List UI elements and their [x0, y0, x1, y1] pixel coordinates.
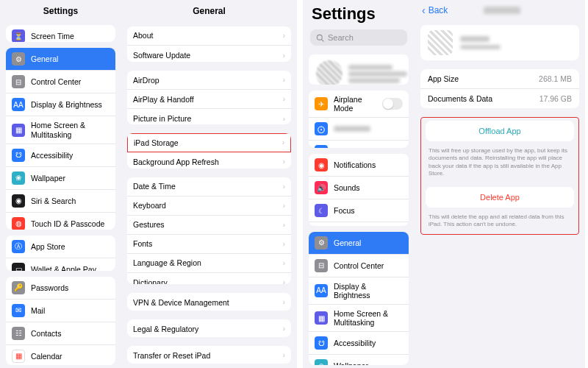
chevron-right-icon: ›: [283, 325, 285, 333]
grid-icon: ▦: [315, 311, 328, 325]
airplane-toggle[interactable]: [382, 98, 403, 110]
wallet-icon: ▭: [12, 263, 25, 271]
person-icon: ☋: [12, 149, 25, 162]
row-ipad-storage[interactable]: iPad Storage›: [127, 133, 291, 152]
size-info: App Size 268.1 MB Documents & Data 17.96…: [420, 69, 579, 108]
search-input[interactable]: Search: [310, 29, 407, 46]
chevron-right-icon: ›: [283, 202, 285, 210]
group-screentime: ⏳ Screen Time: [6, 25, 115, 42]
row-software-update[interactable]: Software Update›: [127, 46, 291, 62]
chevron-right-icon: ›: [283, 240, 285, 248]
key-icon: 🔑: [12, 281, 25, 294]
row-pip[interactable]: Picture in Picture›: [127, 109, 291, 124]
row-keyboard[interactable]: Keyboard›: [127, 197, 291, 216]
bluetooth-icon: ᛒ: [315, 145, 328, 148]
detail-group-storage: iPad Storage› Background App Refresh›: [127, 133, 291, 169]
sidebar-item-display[interactable]: AA Display & Brightness: [6, 93, 115, 116]
row-gestures[interactable]: Gestures›: [127, 216, 291, 235]
sidebar-item-contacts[interactable]: ☷ Contacts: [6, 322, 115, 345]
row-background-refresh[interactable]: Background App Refresh›: [127, 152, 291, 169]
row-wallpaper[interactable]: ❀Wallpaper: [309, 355, 409, 365]
sidebar-item-appstore[interactable]: Ⓐ App Store: [6, 236, 115, 258]
group-general: ⚙ General ⊟ Control Center AA Display & …: [6, 48, 115, 229]
sidebar-item-touchid[interactable]: ◍ Touch ID & Passcode: [6, 213, 115, 230]
svg-point-0: [317, 35, 322, 40]
row-homescreen[interactable]: ▦Home Screen & Multitasking: [309, 305, 409, 332]
flower-icon: ❀: [315, 359, 328, 365]
row-focus[interactable]: ☾Focus: [309, 199, 409, 222]
row-vpn[interactable]: VPN & Device Management›: [127, 293, 291, 311]
row-notifications[interactable]: ◉Notifications: [309, 154, 409, 177]
delete-caption: This will delete the app and all related…: [421, 210, 578, 235]
row-screentime[interactable]: ⏳Screen Time: [309, 222, 409, 226]
hourglass-icon: ⏳: [12, 29, 25, 42]
general-detail: General About› Software Update› AirDrop›…: [121, 0, 297, 368]
chevron-right-icon: ›: [283, 221, 285, 229]
app-name-blurred: [484, 7, 520, 14]
row-about[interactable]: About›: [127, 26, 291, 46]
back-button[interactable]: ‹ Back: [415, 0, 455, 21]
group-accounts: 🔑 Passwords ✉ Mail ☷ Contacts ▦ Calendar…: [6, 277, 115, 365]
row-control-center[interactable]: ⊟Control Center: [309, 255, 409, 277]
row-datetime[interactable]: Date & Time›: [127, 177, 291, 197]
sidebar-title: Settings: [303, 0, 415, 26]
search-placeholder: Search: [328, 33, 354, 42]
offload-group: Offload App: [426, 121, 574, 141]
detail-group-airdrop: AirDrop› AirPlay & Handoff› Picture in P…: [127, 71, 291, 124]
offload-app-button[interactable]: Offload App: [426, 121, 574, 141]
sidebar-item-general[interactable]: ⚙ General: [6, 48, 115, 71]
search-icon: [316, 34, 324, 42]
svg-line-1: [322, 39, 324, 41]
grid-icon: ▦: [12, 124, 25, 137]
sidebar-item-homescreen[interactable]: ▦ Home Screen & Multitasking: [6, 116, 115, 144]
chevron-left-icon: ‹: [422, 4, 426, 16]
row-fonts[interactable]: Fonts›: [127, 235, 291, 254]
contacts-icon: ☷: [12, 327, 25, 340]
row-wifi[interactable]: ⨀: [309, 118, 409, 141]
sidebar-title: Settings: [0, 0, 121, 22]
person-icon: ☋: [315, 336, 328, 350]
row-airplane[interactable]: ✈ Airplane Mode: [309, 91, 409, 118]
sidebar-item-passwords[interactable]: 🔑 Passwords: [6, 277, 115, 300]
row-transfer-reset[interactable]: Transfer or Reset iPad›: [127, 346, 291, 364]
row-accessibility[interactable]: ☋Accessibility: [309, 332, 409, 355]
sun-icon: AA: [12, 98, 25, 111]
sidebar-item-mail[interactable]: ✉ Mail: [6, 300, 115, 322]
app-header: [420, 25, 579, 60]
sidebar-item-screen-time[interactable]: ⏳ Screen Time: [6, 25, 115, 42]
chevron-right-icon: ›: [283, 278, 285, 283]
chevron-right-icon: ›: [282, 138, 284, 146]
plane-icon: ✈: [315, 97, 328, 110]
group-network: ✈ Airplane Mode ⨀ ᛒ Bluetooth On: [309, 91, 409, 148]
gear-icon: ⚙: [12, 52, 25, 66]
avatar: [316, 60, 343, 85]
highlighted-actions: Offload App This will free up storage us…: [420, 117, 579, 235]
chevron-right-icon: ›: [283, 351, 285, 359]
row-language[interactable]: Language & Region›: [127, 254, 291, 273]
profile-card[interactable]: [309, 54, 409, 85]
wifi-icon: ⨀: [315, 122, 328, 135]
sidebar-item-control-center[interactable]: ⊟ Control Center: [6, 71, 115, 93]
row-legal[interactable]: Legal & Regulatory›: [127, 319, 291, 337]
row-dictionary[interactable]: Dictionary›: [127, 273, 291, 284]
sidebar-item-siri[interactable]: ◉ Siri & Search: [6, 190, 115, 213]
chevron-right-icon: ›: [283, 76, 285, 84]
detail-group-about: About› Software Update›: [127, 26, 291, 62]
sidebar-item-accessibility[interactable]: ☋ Accessibility: [6, 144, 115, 167]
sidebar-item-wallpaper[interactable]: ❀ Wallpaper: [6, 167, 115, 190]
sidebar-item-wallet[interactable]: ▭ Wallet & Apple Pay: [6, 258, 115, 271]
chevron-right-icon: ›: [283, 298, 285, 306]
row-display[interactable]: AADisplay & Brightness: [309, 277, 409, 305]
delete-group: Delete App: [426, 187, 574, 208]
sidebar-item-calendar[interactable]: ▦ Calendar: [6, 345, 115, 365]
row-sounds[interactable]: 🔊Sounds: [309, 177, 409, 199]
row-airplay[interactable]: AirPlay & Handoff›: [127, 90, 291, 109]
chevron-right-icon: ›: [283, 158, 285, 166]
row-general[interactable]: ⚙General: [309, 232, 409, 255]
delete-app-button[interactable]: Delete App: [426, 187, 574, 208]
row-bluetooth[interactable]: ᛒ Bluetooth On: [309, 141, 409, 148]
kv-docs-data: Documents & Data 17.96 GB: [420, 89, 579, 108]
row-airdrop[interactable]: AirDrop›: [127, 71, 291, 90]
chevron-right-icon: ›: [283, 259, 285, 267]
mail-icon: ✉: [12, 304, 25, 317]
